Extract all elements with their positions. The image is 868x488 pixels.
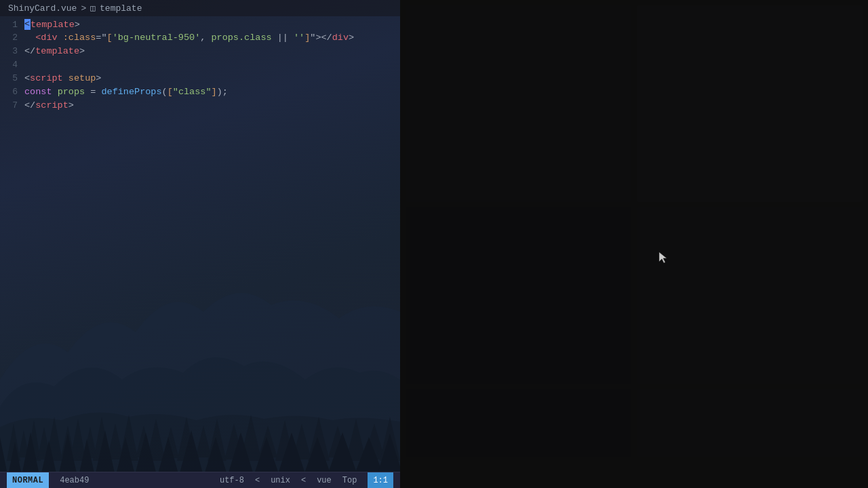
editor-breadcrumb: ShinyCard.vue > ◫ template <box>0 0 400 16</box>
code-line-4: 4 <box>0 60 400 73</box>
code-line-6: 6 const props = defineProps(["class"]); <box>0 87 400 100</box>
file-type: vue <box>317 476 332 485</box>
git-branch-indicator: 4eab49 <box>60 476 89 485</box>
breadcrumb-section: template <box>100 3 142 14</box>
line-num-5: 5 <box>5 73 24 83</box>
breadcrumb-icon: ◫ <box>90 3 96 14</box>
filename-label: ShinyCard.vue <box>8 3 77 14</box>
line-num-3: 3 <box>5 46 24 56</box>
code-line-3: 3 </template> <box>0 46 400 60</box>
line-content-1: <template> <box>24 19 395 30</box>
breadcrumb-separator: > <box>81 3 86 14</box>
code-line-2: 2 <div :class="['bg-neutral-950', props.… <box>0 33 400 46</box>
editor-pane: ShinyCard.vue > ◫ template 1 <template> … <box>0 0 400 488</box>
line-num-4: 4 <box>5 60 24 70</box>
line-content-5: <script setup> <box>24 73 395 83</box>
line-num-6: 6 <box>5 87 24 97</box>
line-content-7: </script> <box>24 100 395 110</box>
line-content-4 <box>24 60 395 70</box>
line-num-2: 2 <box>5 33 24 43</box>
code-area[interactable]: 1 <template> 2 <div :class="['bg-neutral… <box>0 16 400 472</box>
line-ending: unix <box>271 476 290 485</box>
status-bar: NORMAL 4eab49 utf-8 < unix < vue Top 1:1 <box>0 472 400 488</box>
line-content-6: const props = defineProps(["class"]); <box>24 87 395 97</box>
code-line-1: 1 <template> <box>0 19 400 33</box>
encoding-separator: < <box>255 476 260 485</box>
code-line-5: 5 <script setup> <box>0 73 400 87</box>
preview-card-6 <box>637 389 863 457</box>
preview-card-3 <box>406 207 631 384</box>
cursor-position: 1:1 <box>368 472 393 488</box>
line-num-7: 7 <box>5 100 24 110</box>
preview-card-1 <box>406 5 631 202</box>
preview-card-4 <box>637 207 863 384</box>
scroll-position: Top <box>342 476 357 485</box>
cursor: < <box>24 19 31 30</box>
line-content-2: <div :class="['bg-neutral-950', props.cl… <box>24 33 395 43</box>
line-content-3: </template> <box>24 46 395 56</box>
main-area: ShinyCard.vue > ◫ template 1 <template> … <box>0 0 868 488</box>
preview-card-5 <box>406 389 631 457</box>
preview-grid <box>400 0 868 488</box>
preview-pane <box>400 0 868 488</box>
line-num-1: 1 <box>5 20 24 30</box>
vim-mode-indicator: NORMAL <box>7 472 49 488</box>
preview-card-2 <box>637 5 863 202</box>
code-line-7: 7 </script> <box>0 100 400 114</box>
file-encoding: utf-8 <box>220 476 244 485</box>
eol-separator: < <box>301 476 306 485</box>
